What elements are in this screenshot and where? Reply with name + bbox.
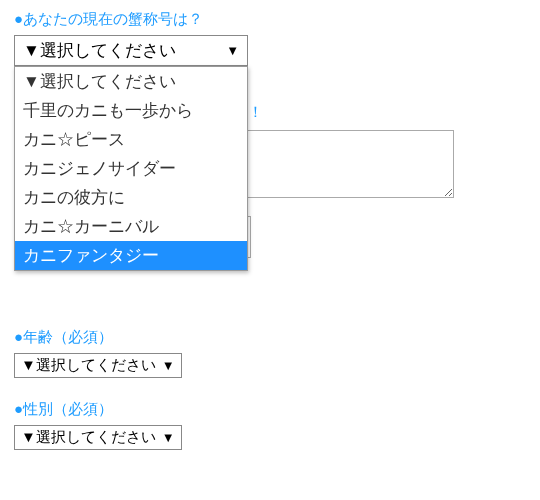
gender-select[interactable]: ▼選択してください ▼: [14, 425, 182, 450]
crab-title-dropdown[interactable]: ▼選択してください千里のカニも一歩からカニ☆ピースカニジェノサイダーカニの彼方に…: [14, 66, 248, 271]
dropdown-option[interactable]: 千里のカニも一歩から: [15, 96, 247, 125]
question-label-age: ●年齢（必須）: [14, 328, 526, 347]
dropdown-option[interactable]: カニ☆カーニバル: [15, 212, 247, 241]
question-label-crab-title: ●あなたの現在の蟹称号は？: [14, 10, 526, 29]
chevron-down-icon: ▼: [226, 43, 239, 58]
age-select[interactable]: ▼選択してください ▼: [14, 353, 182, 378]
dropdown-option[interactable]: カニジェノサイダー: [15, 154, 247, 183]
select-placeholder: ▼選択してください: [21, 428, 156, 447]
dropdown-option[interactable]: カニ☆ピース: [15, 125, 247, 154]
select-placeholder: ▼選択してください: [23, 39, 176, 62]
chevron-down-icon: ▼: [162, 358, 175, 373]
question-label-gender: ●性別（必須）: [14, 400, 526, 419]
crab-title-select[interactable]: ▼選択してください ▼: [14, 35, 248, 66]
dropdown-option[interactable]: ▼選択してください: [15, 67, 247, 96]
dropdown-option[interactable]: カニファンタジー: [15, 241, 247, 270]
chevron-down-icon: ▼: [162, 430, 175, 445]
select-placeholder: ▼選択してください: [21, 356, 156, 375]
dropdown-option[interactable]: カニの彼方に: [15, 183, 247, 212]
